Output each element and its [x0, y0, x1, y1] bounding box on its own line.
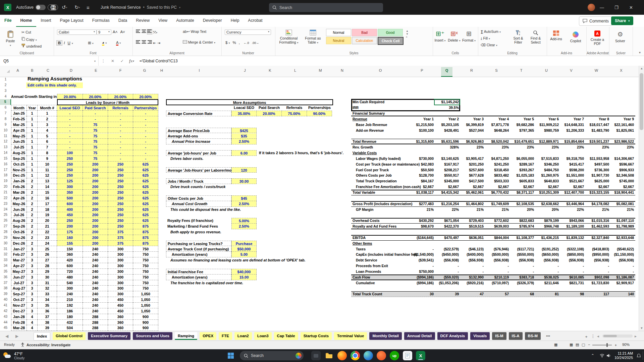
fin-value[interactable]: $4,871,250	[481, 156, 509, 162]
cell[interactable]: 288	[83, 325, 108, 331]
fin-value[interactable]: $636,051	[456, 235, 484, 241]
cell[interactable]: 39	[38, 325, 57, 331]
cell[interactable]: 18	[38, 207, 57, 213]
cell[interactable]: Jul-27	[11, 280, 27, 286]
sheet-tab-dcf-analysis[interactable]: DCF Analysis	[437, 332, 468, 340]
cell[interactable]: -	[57, 111, 83, 116]
cell[interactable]: Jan-26	[11, 178, 27, 184]
cell[interactable]: 300	[108, 291, 133, 297]
sheet-tab-index[interactable]: Index	[34, 332, 50, 341]
fin-value[interactable]: -	[531, 269, 559, 275]
fin-value[interactable]: 328%	[431, 144, 459, 150]
cell[interactable]: 6	[38, 139, 57, 144]
fin-value[interactable]: $346,250	[531, 162, 559, 167]
tab-overflow-icon[interactable]: •••	[543, 332, 553, 340]
cell[interactable]: 875	[133, 235, 158, 241]
cell[interactable]: 30	[38, 275, 57, 280]
cell[interactable]: 186	[57, 308, 83, 314]
sheet-tab-cap-table[interactable]: Cap Table	[274, 332, 298, 340]
cell[interactable]: 900	[133, 314, 158, 320]
fin-value[interactable]: 23%	[556, 144, 584, 150]
fin-value[interactable]: ($994,186)	[406, 275, 434, 280]
cell[interactable]: 400	[57, 207, 83, 213]
cell[interactable]: 3	[27, 303, 38, 308]
cell[interactable]: 17	[38, 201, 57, 207]
fin-value[interactable]: $14,648,331	[556, 122, 584, 128]
fin-value[interactable]: $3,140,625	[431, 156, 459, 162]
cell[interactable]: 625	[133, 207, 158, 213]
fin-value[interactable]: $1,551,000	[556, 173, 584, 178]
cell[interactable]: Jan-27	[11, 246, 27, 252]
cell[interactable]: Mar-27	[11, 257, 27, 263]
cell[interactable]: 2	[27, 241, 38, 246]
row-header-16[interactable]: 16	[0, 162, 11, 167]
cell[interactable]: 450	[57, 212, 83, 218]
growth-cell[interactable]: 20.00%	[83, 94, 108, 100]
fin-value[interactable]: ($1,150,000)	[606, 252, 634, 257]
fin-value[interactable]: $484,750	[531, 167, 559, 173]
cell[interactable]: 200	[83, 241, 108, 246]
cell[interactable]: 750	[133, 252, 158, 257]
hscroll-left-icon[interactable]: ◂	[597, 334, 599, 339]
cell[interactable]: 3	[27, 275, 38, 280]
fin-value[interactable]: $201,250	[456, 162, 484, 167]
cell[interactable]: 23	[38, 235, 57, 241]
show-desktop-button[interactable]	[643, 351, 644, 360]
fin-value[interactable]: 21%	[481, 207, 509, 213]
fin-value[interactable]: $128,700	[406, 173, 434, 178]
cell[interactable]: 350	[57, 190, 83, 195]
fin-value[interactable]: 117	[582, 291, 609, 297]
fin-value[interactable]: $11,553,958	[582, 156, 609, 162]
brave-icon[interactable]	[377, 351, 386, 360]
cell[interactable]: 2	[27, 212, 38, 218]
cell[interactable]: -	[108, 156, 133, 162]
cell[interactable]: 900	[133, 320, 158, 325]
sheet-tab-opex[interactable]: OPEX	[200, 332, 216, 340]
fin-value[interactable]: $12,889,971	[531, 139, 559, 144]
cell[interactable]: 34	[38, 297, 57, 303]
cell[interactable]: 27	[38, 257, 57, 263]
cell[interactable]: 360	[108, 325, 133, 331]
row-header-25[interactable]: 25	[0, 212, 11, 218]
cell[interactable]: 750	[133, 257, 158, 263]
fin-value[interactable]: $393,267	[506, 167, 534, 173]
fin-value[interactable]: $7,515,833	[531, 156, 559, 162]
cell[interactable]: 600	[57, 201, 83, 207]
row-header-19[interactable]: 19	[0, 178, 11, 184]
cell[interactable]: 250	[108, 218, 133, 224]
fin-value[interactable]: ($400,000)	[456, 252, 484, 257]
fin-value[interactable]: $648,264	[481, 128, 509, 133]
row-header-2[interactable]: 2	[0, 82, 11, 88]
row-header-18[interactable]: 18	[0, 173, 11, 178]
assumption-value[interactable]: $45	[231, 195, 257, 201]
cell[interactable]: 625	[133, 167, 158, 173]
cell[interactable]: 200	[83, 167, 108, 173]
fin-value[interactable]: ($117,721)	[506, 246, 534, 252]
row-header-26[interactable]: 26	[0, 218, 11, 224]
cell[interactable]: 1	[27, 167, 38, 173]
row-header-3[interactable]: 3	[0, 88, 11, 94]
sheet-tab-ramping[interactable]: Ramping	[175, 332, 197, 340]
fin-value[interactable]: $5,462,061	[456, 190, 484, 195]
fin-value[interactable]: ($56,938)	[582, 257, 609, 263]
fin-value[interactable]: $497,500	[582, 162, 609, 167]
cell[interactable]: -	[57, 144, 83, 150]
fin-value[interactable]: 81	[531, 291, 559, 297]
fin-value[interactable]: -	[481, 263, 509, 269]
cell[interactable]: 250	[57, 167, 83, 173]
cell[interactable]: 75	[83, 150, 108, 156]
fin-value[interactable]: $98,670	[406, 224, 434, 229]
cell[interactable]: -	[108, 111, 133, 116]
fin-value[interactable]: $1,108,377	[506, 235, 534, 241]
fin-value[interactable]: 21%	[406, 207, 434, 213]
fin-value[interactable]: $1,186,087	[606, 275, 634, 280]
cell[interactable]: 875	[133, 224, 158, 229]
cell[interactable]: 3	[27, 252, 38, 257]
hscroll-thumb[interactable]	[603, 335, 617, 337]
tray-expand-icon[interactable]: ⌃	[591, 349, 594, 362]
fin-value[interactable]: $906,933	[606, 167, 634, 173]
fin-value[interactable]: $6,770,432	[481, 190, 509, 195]
cell[interactable]: 100	[57, 150, 83, 156]
cell[interactable]: 625	[133, 184, 158, 190]
cell[interactable]: 240	[83, 263, 108, 269]
